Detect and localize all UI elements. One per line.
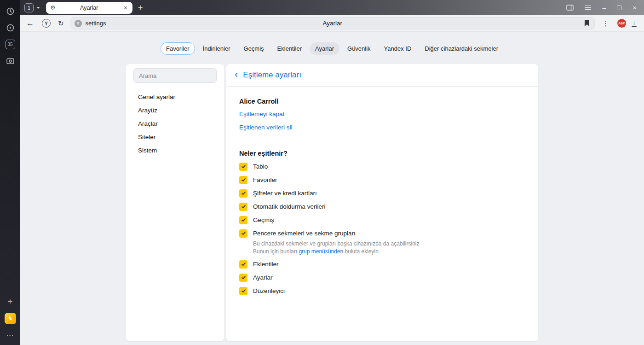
checkbox-checked-icon[interactable] <box>239 203 247 211</box>
adblock-badge[interactable]: ABP <box>617 19 626 28</box>
sync-item-label: Geçmiş <box>253 216 274 223</box>
sync-item-label: Favoriler <box>253 176 277 183</box>
window-controls: – × <box>566 4 644 11</box>
sync-item-label: Otomatik doldurma verileri <box>253 203 326 210</box>
back-chevron-icon[interactable]: ‹ <box>235 70 238 81</box>
window-maximize-icon[interactable] <box>617 6 621 10</box>
menu-item-sistem[interactable]: Sistem <box>126 144 224 157</box>
checkbox-checked-icon[interactable] <box>239 287 247 295</box>
nav-tab-favoriler[interactable]: Favoriler <box>161 42 195 55</box>
sidebar-add-icon[interactable]: + <box>0 293 20 310</box>
sync-item-duzenleyici[interactable]: Düzenleyici <box>239 284 525 298</box>
sync-item-label: Şifreler ve kredi kartları <box>253 190 317 197</box>
sync-settings-card: ‹ Eşitleme ayarları Alice Carroll Eşitle… <box>226 64 538 341</box>
checkbox-checked-icon[interactable] <box>239 260 247 269</box>
page-title: Ayarlar <box>71 20 594 27</box>
sync-item-tablo[interactable]: Tablo <box>239 160 525 173</box>
checkbox-checked-icon[interactable] <box>239 274 247 282</box>
settings-menu: Genel ayarlar Arayüz Araçlar Siteler Sis… <box>126 90 224 157</box>
settings-page: Favoriler İndirilenler Geçmiş Eklentiler… <box>20 32 644 345</box>
sync-item-label: Eklentiler <box>253 261 279 268</box>
gear-icon: ⚙ <box>50 5 56 11</box>
tab-counter-label: 35 <box>6 40 15 49</box>
sync-header: ‹ Eşitleme ayarları <box>226 64 538 87</box>
sync-item-label: Tablo <box>253 163 268 170</box>
new-tab-button[interactable]: + <box>138 4 143 12</box>
menu-item-arayuz[interactable]: Arayüz <box>126 104 224 117</box>
sync-item-pencere-sekmeleri[interactable]: Pencere sekmeleri ve sekme grupları <box>239 227 525 240</box>
checkbox-checked-icon[interactable] <box>239 216 247 224</box>
yandex-logo-icon <box>5 313 16 324</box>
yandex-home-icon[interactable]: Y <box>42 19 51 28</box>
sync-item-label: Pencere sekmeleri ve sekme grupları <box>253 230 356 237</box>
checkbox-checked-icon[interactable] <box>239 189 247 198</box>
refresh-icon[interactable]: ↻ <box>58 19 64 28</box>
screenshot-icon[interactable] <box>0 53 20 69</box>
menu-item-genel-ayarlar[interactable]: Genel ayarlar <box>126 90 224 104</box>
side-panel-icon[interactable] <box>566 5 574 11</box>
sidebar-more-icon[interactable]: ⋯ <box>0 327 20 343</box>
sync-item-sifreler[interactable]: Şifreler ve kredi kartları <box>239 187 525 200</box>
browser-tab-ayarlar[interactable]: ⚙ Ayarlar × <box>46 2 132 14</box>
window-minimize-icon[interactable]: – <box>602 5 606 11</box>
tab-title: Ayarlar <box>56 5 123 11</box>
tab-counter-badge[interactable]: 35 <box>0 36 20 53</box>
settings-menu-card: Genel ayarlar Arayüz Araçlar Siteler Sis… <box>126 64 224 341</box>
search-input[interactable] <box>133 68 217 83</box>
nav-tab-eklentiler[interactable]: Eklentiler <box>272 42 307 55</box>
browser-window: 35 + ⋯ 1 ⚙ Ayarlar × + <box>0 0 644 345</box>
menu-hamburger-icon[interactable] <box>585 6 591 10</box>
left-sidebar: 35 + ⋯ <box>0 0 20 345</box>
address-text: settings <box>86 20 106 27</box>
sync-item-label: Ayarlar <box>253 274 273 281</box>
window-close-icon[interactable]: × <box>632 4 637 11</box>
nav-tab-indirilenler[interactable]: İndirilenler <box>197 42 236 55</box>
sync-items-list: Tablo Favoriler Şifreler ve kredi kartla… <box>239 160 525 298</box>
menu-item-siteler[interactable]: Siteler <box>126 130 224 144</box>
sync-item-description: Bu cihazdaki sekmeler ve grupları başka … <box>253 240 525 255</box>
sync-title: Eşitleme ayarları <box>243 70 301 80</box>
sync-item-gecmis[interactable]: Geçmiş <box>239 213 525 227</box>
account-name: Alice Carroll <box>239 98 525 105</box>
yandex-browser-logo[interactable] <box>0 310 20 327</box>
sync-item-label: Düzenleyici <box>253 287 285 294</box>
checkbox-checked-icon[interactable] <box>239 163 247 171</box>
tab-bar: 1 ⚙ Ayarlar × + – × <box>20 0 644 15</box>
nav-tab-diger-cihazlar[interactable]: Diğer cihazlardaki sekmeler <box>419 42 504 55</box>
tab-close-icon[interactable]: × <box>123 5 128 11</box>
sync-question: Neler eşitlenir? <box>239 150 525 157</box>
address-bar[interactable]: Y settings Ayarlar <box>70 17 595 29</box>
toolbar-more-icon[interactable]: ⋮ <box>599 19 612 28</box>
delete-synced-data-link[interactable]: Eşitlenen verileri sil <box>239 124 293 131</box>
sync-item-otomatik-doldurma[interactable]: Otomatik doldurma verileri <box>239 200 525 213</box>
sync-body: Alice Carroll Eşitlemeyi kapat Eşitlenen… <box>226 87 538 341</box>
nav-tab-guvenlik[interactable]: Güvenlik <box>342 42 376 55</box>
menu-item-araclar[interactable]: Araçlar <box>126 117 224 130</box>
page-favicon: Y <box>75 20 82 27</box>
browser-toolbar: ← Y ↻ Y settings Ayarlar ⋮ ABP ↓ <box>20 15 644 32</box>
tab-list-chevron-icon[interactable] <box>36 7 40 9</box>
sync-item-ayarlar[interactable]: Ayarlar <box>239 271 525 284</box>
history-icon[interactable] <box>0 3 20 19</box>
bookmark-icon[interactable] <box>584 20 590 27</box>
nav-tab-gecmis[interactable]: Geçmiş <box>238 42 270 55</box>
checkbox-checked-icon[interactable] <box>239 176 247 184</box>
group-menu-link[interactable]: grup menüsünden <box>299 248 343 255</box>
checkbox-checked-icon[interactable] <box>239 229 247 238</box>
tab-count-button[interactable]: 1 <box>24 3 34 12</box>
video-play-icon[interactable] <box>0 19 20 36</box>
nav-tab-ayarlar[interactable]: Ayarlar <box>310 42 339 55</box>
back-button[interactable]: ← <box>26 19 34 28</box>
disable-sync-link[interactable]: Eşitlemeyi kapat <box>239 111 284 117</box>
downloads-icon[interactable]: ↓ <box>632 20 637 27</box>
settings-top-nav: Favoriler İndirilenler Geçmiş Eklentiler… <box>20 42 644 55</box>
sync-item-eklentiler[interactable]: Eklentiler <box>239 257 525 271</box>
sync-item-favoriler[interactable]: Favoriler <box>239 173 525 187</box>
nav-tab-yandex-id[interactable]: Yandex ID <box>379 42 417 55</box>
